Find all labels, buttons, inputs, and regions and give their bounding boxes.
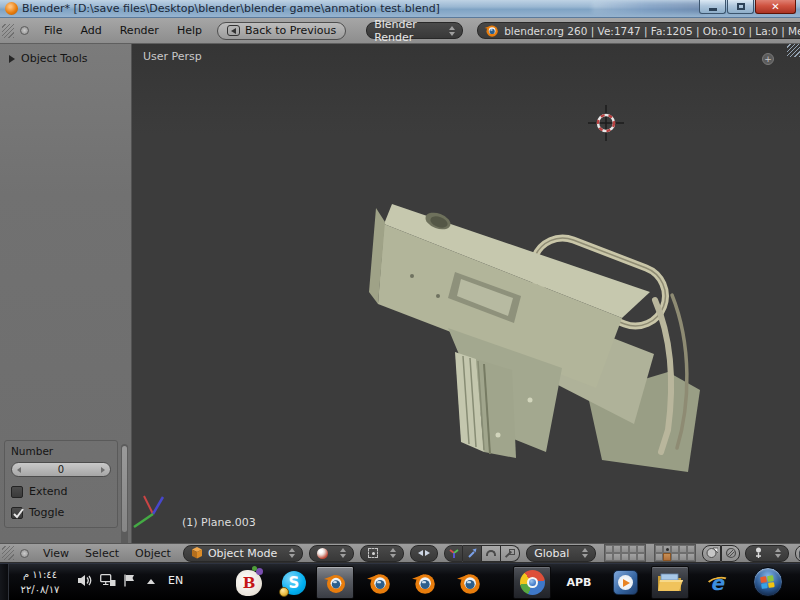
minimize-icon (709, 8, 717, 11)
taskbar-app-apb[interactable]: APB (560, 566, 598, 599)
gun-model[interactable] (369, 204, 700, 472)
show-desktop-button[interactable] (0, 564, 9, 600)
editor-type-button[interactable] (20, 549, 29, 558)
translate-manipulator-button[interactable] (463, 545, 482, 562)
taskbar-clock[interactable]: م ١١:٤٤ ٢٢/٠٨/١٧ (14, 567, 66, 597)
windows-flag-icon (760, 575, 776, 590)
extend-checkbox[interactable] (11, 486, 23, 498)
taskbar-app-explorer[interactable] (651, 566, 689, 599)
toggle-label: Toggle (29, 506, 64, 519)
viewport-3d[interactable]: User Persp (1) Plane.003 + (132, 44, 800, 543)
menu-add[interactable]: Add (71, 22, 110, 39)
lock-to-scene-button[interactable] (702, 545, 721, 562)
blender-logo-icon (484, 23, 499, 38)
dropdown-arrows-icon (775, 548, 781, 558)
folder-icon (657, 572, 683, 593)
menu-file[interactable]: File (35, 22, 71, 39)
mode-select[interactable]: Object Mode (183, 545, 303, 562)
blender-logo-icon (456, 570, 482, 596)
scale-manipulator-button[interactable] (501, 545, 520, 562)
apb-icon: APB (567, 576, 592, 589)
language-indicator[interactable]: EN (168, 574, 183, 587)
taskbar-app-chrome[interactable] (513, 566, 551, 599)
area-corner-widget[interactable] (787, 44, 800, 57)
screen: Blender* [D:\save files\Desktop\blender\… (0, 0, 800, 600)
taskbar-app-media-player[interactable] (606, 566, 644, 599)
layers-grid-2[interactable] (654, 544, 696, 562)
opengl-render-button[interactable] (795, 545, 800, 562)
menu-object[interactable]: Object (127, 545, 179, 562)
rotate-manipulator-button[interactable] (482, 545, 501, 562)
viewport-scene (132, 44, 800, 543)
action-center-flag-icon[interactable] (124, 574, 135, 587)
bgame-icon: B (236, 570, 262, 596)
rotate-arc-icon (486, 550, 496, 556)
number-slider[interactable]: 0 (11, 462, 111, 477)
manipulator-toggle-button[interactable] (410, 545, 438, 562)
hidden-icons-button[interactable] (147, 579, 155, 584)
menu-view[interactable]: View (35, 545, 77, 562)
taskbar-app-blender-active[interactable] (316, 566, 354, 599)
dropdown-arrows-icon (582, 548, 588, 558)
render-engine-select[interactable]: Blender Render (366, 22, 463, 39)
panel-collapsed-icon (9, 55, 15, 63)
network-icon[interactable] (100, 574, 116, 587)
titlebar-watermark (592, 2, 704, 13)
chrome-icon (520, 570, 545, 595)
translate-arrow-icon (466, 547, 478, 559)
blender-app-icon (5, 2, 18, 15)
start-button[interactable] (753, 567, 783, 597)
menu-help[interactable]: Help (168, 22, 211, 39)
scale-icon (506, 549, 515, 558)
extend-label: Extend (29, 485, 68, 498)
menu-render[interactable]: Render (111, 22, 168, 39)
taskbar-app-skype[interactable]: S (275, 566, 313, 599)
editor-type-button[interactable] (20, 26, 29, 35)
dropdown-arrows-icon (390, 548, 396, 558)
proportional-circle-icon (725, 547, 737, 559)
view-perspective-label: User Persp (143, 50, 202, 63)
menu-select[interactable]: Select (77, 545, 127, 562)
back-to-previous-button[interactable]: Back to Previous (217, 22, 346, 40)
skype-icon: S (282, 571, 306, 595)
transform-orientation-select[interactable]: Global (526, 545, 596, 562)
back-icon (227, 25, 240, 36)
taskbar-app-blender-2[interactable] (360, 566, 398, 599)
close-icon: ✕ (771, 2, 779, 12)
shading-sphere-icon (317, 548, 328, 559)
viewport-shading-select[interactable] (309, 545, 354, 562)
maximize-button[interactable] (727, 0, 754, 14)
proportional-edit-button[interactable] (721, 545, 740, 562)
area-corner-widget[interactable] (2, 24, 14, 38)
window-title: Blender* [D:\save files\Desktop\blender\… (22, 2, 440, 15)
pivot-icon (368, 548, 378, 558)
taskbar-app-blender-4[interactable] (450, 566, 488, 599)
properties-region-toggle[interactable]: + (762, 53, 774, 65)
manipulator-axes-button[interactable] (444, 545, 463, 562)
checkmark-icon (12, 507, 25, 520)
skype-badge-icon (279, 587, 289, 597)
active-object-label: (1) Plane.003 (182, 516, 256, 529)
slider-increment-icon[interactable] (101, 467, 105, 473)
area-corner-widget[interactable] (2, 546, 14, 560)
window-titlebar[interactable]: Blender* [D:\save files\Desktop\blender\… (0, 0, 800, 18)
clock-date: ٢٢/٠٨/١٧ (21, 582, 60, 597)
render-buttons-group (795, 545, 800, 562)
close-button[interactable]: ✕ (755, 0, 796, 14)
pivot-point-select[interactable] (360, 545, 404, 562)
slider-decrement-icon[interactable] (17, 467, 21, 473)
snap-select[interactable] (745, 545, 789, 562)
object-tools-panel-header[interactable]: Object Tools (0, 44, 131, 65)
snap-pin-icon (753, 547, 764, 559)
dropdown-arrows-icon (340, 548, 346, 558)
volume-icon[interactable] (78, 574, 92, 587)
taskbar-app-blender-3[interactable] (405, 566, 443, 599)
minimize-button[interactable] (699, 0, 726, 14)
taskbar-app-ie[interactable]: e (698, 566, 736, 599)
scene-lock-icon (706, 547, 718, 559)
toggle-checkbox[interactable] (11, 507, 23, 519)
blender-logo-icon (411, 570, 437, 596)
layers-grid-1[interactable] (604, 544, 646, 562)
taskbar-app-bgame[interactable]: B (230, 566, 268, 599)
translate-arrows-icon (418, 549, 430, 557)
